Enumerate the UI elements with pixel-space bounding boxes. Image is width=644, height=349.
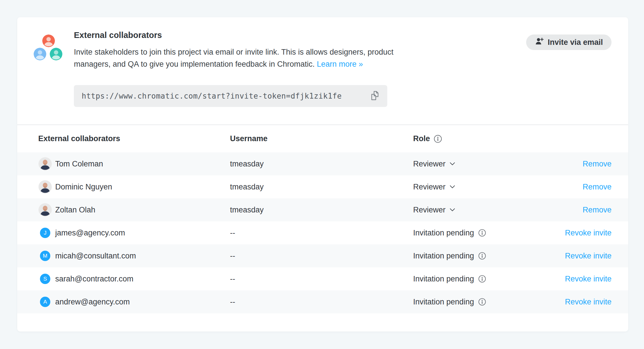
collaborator-cell: Tom Coleman xyxy=(17,157,230,170)
avatar-slot: J xyxy=(38,228,52,238)
person-plus-icon xyxy=(535,37,544,48)
username-cell: -- xyxy=(230,252,413,260)
role-dropdown[interactable]: Reviewer xyxy=(413,183,455,191)
collaborator-name: Tom Coleman xyxy=(55,160,103,168)
letter-avatar: M xyxy=(40,251,50,261)
table-row: Zoltan Olah tmeasday Reviewer Remove xyxy=(17,198,628,221)
learn-more-link[interactable]: Learn more » xyxy=(317,60,363,68)
action-cell: Revoke invite xyxy=(558,275,628,283)
collaborator-name: sarah@contractor.com xyxy=(55,275,133,283)
collaborators-table: External collaborators Username Role xyxy=(17,125,628,313)
invite-link-url: https://www.chromatic.com/start?invite-t… xyxy=(82,92,342,100)
role-label: Reviewer xyxy=(413,183,446,191)
collaborator-cell: J james@agency.com xyxy=(17,228,230,238)
username-cell: tmeasday xyxy=(230,160,413,168)
collaborator-name: Dominic Nguyen xyxy=(55,183,112,191)
external-collaborators-card: External collaborators Invite stakeholde… xyxy=(17,17,628,331)
role-dropdown: Invitation pending xyxy=(413,252,486,260)
description-line-1: Invite stakeholders to join this project… xyxy=(74,48,394,56)
row-action-link[interactable]: Remove xyxy=(582,160,612,168)
person-avatar-orange-icon xyxy=(42,34,55,47)
invite-via-email-button[interactable]: Invite via email xyxy=(526,34,612,50)
role-label: Invitation pending xyxy=(413,275,474,283)
row-action-link[interactable]: Revoke invite xyxy=(565,298,612,306)
avatar-slot: A xyxy=(38,297,52,307)
avatar-slot: S xyxy=(38,274,52,284)
page-description: Invite stakeholders to join this project… xyxy=(74,46,394,70)
action-cell: Revoke invite xyxy=(558,252,628,260)
copy-icon xyxy=(368,89,382,103)
row-action-link[interactable]: Revoke invite xyxy=(565,252,612,260)
role-cell: Invitation pending xyxy=(413,275,558,283)
collaborator-cell: Zoltan Olah xyxy=(17,203,230,216)
page-title: External collaborators xyxy=(74,30,162,40)
collaborator-name: james@agency.com xyxy=(55,229,125,237)
column-header-collaborators: External collaborators xyxy=(17,134,230,143)
column-header-username: Username xyxy=(230,134,413,143)
role-label: Invitation pending xyxy=(413,229,474,237)
action-cell: Revoke invite xyxy=(558,298,628,306)
pending-info-icon[interactable] xyxy=(478,298,486,306)
collaborators-illustration xyxy=(34,34,62,61)
role-header-label: Role xyxy=(413,134,430,143)
pending-info-icon[interactable] xyxy=(478,252,486,260)
copy-link-button[interactable] xyxy=(368,89,382,103)
table-row: M micah@consultant.com -- Invitation pen… xyxy=(17,244,628,267)
invite-link-box: https://www.chromatic.com/start?invite-t… xyxy=(74,85,387,107)
table-row: Tom Coleman tmeasday Reviewer Remove xyxy=(17,152,628,175)
collaborator-name: andrew@agency.com xyxy=(55,298,130,306)
role-dropdown[interactable]: Reviewer xyxy=(413,160,455,168)
role-info-icon[interactable] xyxy=(434,135,442,143)
username-cell: tmeasday xyxy=(230,206,413,214)
role-cell: Invitation pending xyxy=(413,252,558,260)
row-action-link[interactable]: Remove xyxy=(582,206,612,214)
invite-via-email-label: Invite via email xyxy=(548,38,603,47)
table-row: S sarah@contractor.com -- Invitation pen… xyxy=(17,267,628,290)
avatar-slot xyxy=(38,180,52,193)
role-label: Reviewer xyxy=(413,160,446,168)
role-cell: Invitation pending xyxy=(413,229,558,237)
role-dropdown: Invitation pending xyxy=(413,298,486,306)
username-cell: tmeasday xyxy=(230,183,413,191)
action-cell: Remove xyxy=(558,206,628,214)
person-avatar-teal-icon xyxy=(50,48,62,60)
action-cell: Revoke invite xyxy=(558,229,628,237)
role-dropdown[interactable]: Reviewer xyxy=(413,206,455,214)
table-row: Dominic Nguyen tmeasday Reviewer Remove xyxy=(17,175,628,198)
action-cell: Remove xyxy=(558,160,628,168)
action-cell: Remove xyxy=(558,183,628,191)
chevron-down-icon xyxy=(450,208,455,212)
username-cell: -- xyxy=(230,229,413,237)
letter-avatar: A xyxy=(40,297,50,307)
collaborator-cell: Dominic Nguyen xyxy=(17,180,230,193)
row-action-link[interactable]: Revoke invite xyxy=(565,275,612,283)
column-header-role: Role xyxy=(413,134,558,143)
photo-avatar xyxy=(39,157,52,170)
table-body: Tom Coleman tmeasday Reviewer Remove xyxy=(17,152,628,313)
description-line-2: managers, and QA to give you implementat… xyxy=(74,60,315,68)
table-header-row: External collaborators Username Role xyxy=(17,125,628,152)
pending-info-icon[interactable] xyxy=(478,275,486,283)
chevron-down-icon xyxy=(450,162,455,166)
collaborator-name: Zoltan Olah xyxy=(55,206,95,214)
row-action-link[interactable]: Revoke invite xyxy=(565,229,612,237)
avatar-slot xyxy=(38,203,52,216)
username-cell: -- xyxy=(230,298,413,306)
table-row: A andrew@agency.com -- Invitation pendin… xyxy=(17,290,628,313)
collaborator-cell: S sarah@contractor.com xyxy=(17,274,230,284)
pending-info-icon[interactable] xyxy=(478,229,486,237)
username-cell: -- xyxy=(230,275,413,283)
role-label: Invitation pending xyxy=(413,298,474,306)
avatar-slot xyxy=(38,157,52,170)
row-action-link[interactable]: Remove xyxy=(582,183,612,191)
role-label: Reviewer xyxy=(413,206,446,214)
avatar-slot: M xyxy=(38,251,52,261)
role-cell: Reviewer xyxy=(413,206,558,214)
collaborator-cell: M micah@consultant.com xyxy=(17,251,230,261)
chevron-down-icon xyxy=(450,185,455,189)
role-dropdown: Invitation pending xyxy=(413,229,486,237)
role-cell: Reviewer xyxy=(413,160,558,168)
letter-avatar: S xyxy=(40,274,50,284)
photo-avatar xyxy=(39,180,52,193)
person-avatar-blue-icon xyxy=(34,48,46,60)
